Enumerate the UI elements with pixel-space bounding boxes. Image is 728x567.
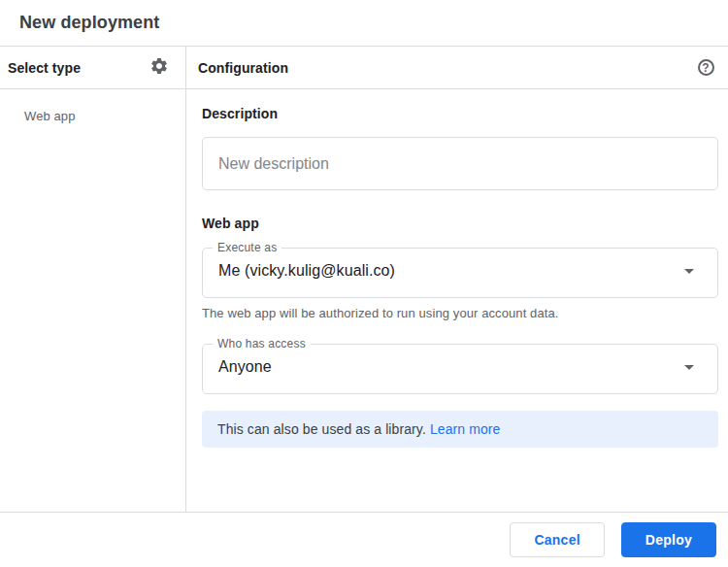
help-icon: ? [698,59,714,76]
select-type-header: Select type [0,47,186,88]
chevron-down-icon [684,365,694,370]
configuration-header: Configuration ? [186,47,728,88]
panel-headers: Select type Configuration ? [0,47,728,89]
who-has-access-inner: Anyone [203,350,717,393]
who-has-access-select[interactable]: Who has access Anyone [202,337,718,394]
execute-as-inner: Me (vicky.kulig@kuali.co) [203,254,717,297]
gear-icon [149,56,169,79]
dialog-footer: Cancel Deploy [0,512,728,567]
execute-as-value: Me (vicky.kulig@kuali.co) [218,262,395,280]
cancel-button[interactable]: Cancel [510,522,604,557]
web-app-section-label: Web app [202,216,718,231]
description-label: Description [202,106,718,121]
learn-more-link[interactable]: Learn more [430,421,501,437]
deployment-settings-button[interactable] [145,53,174,83]
chevron-down-icon [684,269,694,274]
deploy-button[interactable]: Deploy [621,522,716,557]
sidebar-item-web-app[interactable]: Web app [0,101,185,131]
library-info-box: This can also be used as a library. Lear… [202,411,718,448]
who-has-access-label: Who has access [213,337,311,350]
dialog-title: New deployment [19,13,159,33]
configuration-label: Configuration [198,60,288,76]
select-type-label: Select type [8,60,81,76]
dialog-titlebar: New deployment [0,0,728,47]
description-input[interactable] [202,137,718,190]
execute-as-helper-text: The web app will be authorized to run us… [202,306,718,320]
dialog-body: Web app Description Web app Execute as M… [0,89,728,512]
help-button[interactable]: ? [691,53,720,83]
who-has-access-value: Anyone [218,358,272,376]
configuration-panel: Description Web app Execute as Me (vicky… [186,89,728,512]
deployment-type-sidebar: Web app [0,89,186,512]
execute-as-select[interactable]: Execute as Me (vicky.kulig@kuali.co) [202,241,718,298]
execute-as-label: Execute as [213,241,281,254]
new-deployment-dialog: New deployment Select type Configuration… [0,0,728,567]
library-info-text: This can also be used as a library. [217,421,426,437]
